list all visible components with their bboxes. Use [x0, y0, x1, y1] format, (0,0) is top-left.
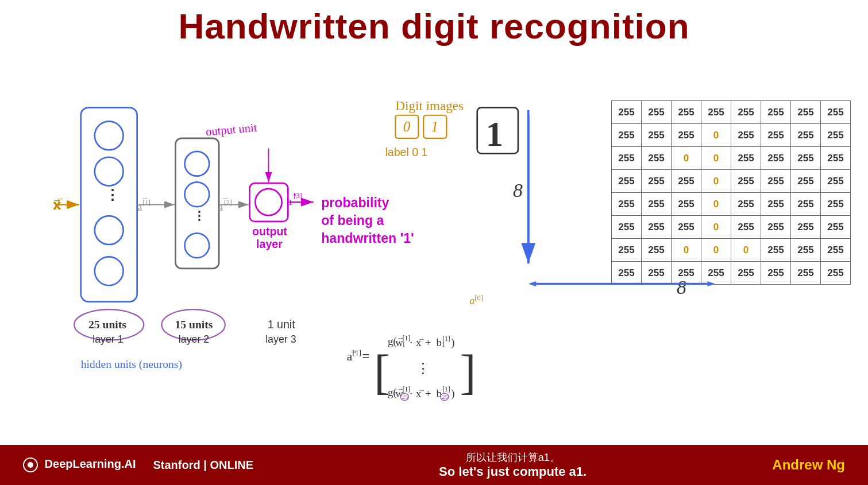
svg-text:+: +: [425, 336, 431, 348]
svg-text:=: =: [362, 350, 369, 363]
pixel-cell: 255: [761, 239, 791, 262]
svg-rect-0: [81, 107, 137, 301]
svg-text:[1]: [1]: [403, 335, 410, 342]
pixel-cell: 255: [642, 216, 672, 239]
bottom-bar: DeepLearning.AI Stanford | ONLINE 所以让我们计…: [0, 445, 868, 485]
pixel-cell: 255: [612, 101, 642, 124]
pixel-cell: 255: [821, 147, 851, 170]
pixel-cell: 0: [701, 124, 731, 147]
pixel-cell: 255: [821, 239, 851, 262]
svg-text:output unit: output unit: [205, 121, 257, 139]
pixel-cell: 255: [731, 124, 761, 147]
subtitle-area: 所以让我们计算a1。 So let's just compute a1.: [439, 451, 587, 479]
svg-text:·: ·: [410, 336, 412, 348]
svg-text:[1]: [1]: [403, 386, 410, 393]
svg-point-10: [184, 233, 209, 258]
stanford-text: Stanford | ONLINE: [153, 459, 253, 472]
svg-point-92: [400, 393, 408, 400]
svg-text:g(: g(: [388, 386, 397, 399]
pixel-cell: 255: [761, 262, 791, 285]
svg-text:[0]: [0]: [474, 294, 483, 302]
svg-point-100: [441, 393, 449, 400]
svg-text:handwritten '1': handwritten '1': [321, 231, 414, 246]
svg-text:a: a: [218, 201, 223, 213]
svg-text:⋮: ⋮: [105, 187, 119, 203]
pixel-cell: 255: [701, 101, 731, 124]
pixel-cell: 255: [761, 147, 791, 170]
svg-text:): ): [451, 387, 454, 400]
subtitle-chinese: 所以让我们计算a1。: [439, 451, 587, 464]
pixel-cell: 255: [761, 124, 791, 147]
pixel-cell: 255: [672, 216, 701, 239]
pixel-cell: 255: [821, 193, 851, 216]
svg-text:probability: probability: [321, 195, 389, 210]
pixel-cell: 255: [731, 216, 761, 239]
svg-text:label  0    1: label 0 1: [385, 146, 427, 158]
svg-text:layer 1: layer 1: [92, 333, 124, 345]
pixel-cell: 255: [821, 124, 851, 147]
svg-text:+: +: [425, 387, 431, 399]
svg-text:a: a: [347, 350, 353, 363]
svg-text:→: →: [418, 335, 425, 343]
pixel-cell: 255: [672, 124, 701, 147]
pixel-cell: 255: [821, 216, 851, 239]
bottom-left: DeepLearning.AI Stanford | ONLINE: [23, 457, 253, 472]
svg-text:[3]: [3]: [294, 192, 302, 200]
pixel-cell: 0: [701, 170, 731, 193]
pixel-cell: 0: [731, 239, 761, 262]
svg-point-7: [184, 152, 209, 176]
svg-text:⋮: ⋮: [193, 209, 205, 223]
svg-text:25: 25: [402, 393, 408, 400]
pixel-cell: 255: [642, 101, 672, 124]
svg-text:25: 25: [442, 393, 448, 400]
svg-point-104: [28, 462, 33, 468]
svg-rect-11: [250, 183, 288, 222]
author-name: Andrew Ng: [772, 457, 845, 473]
svg-text:[1]: [1]: [442, 335, 450, 343]
pixel-cell: 255: [761, 170, 791, 193]
svg-text:layer 2: layer 2: [179, 333, 209, 345]
svg-text:layer 3: layer 3: [265, 333, 296, 345]
pixel-cell: 255: [612, 239, 642, 262]
svg-text:→: →: [397, 334, 404, 342]
svg-text:→: →: [418, 386, 425, 394]
svg-text:→: →: [222, 194, 229, 202]
svg-text:→: →: [291, 191, 298, 199]
pixel-cell: 255: [612, 170, 642, 193]
svg-point-39: [74, 309, 144, 340]
svg-text:]: ]: [460, 346, 476, 399]
deeplearning-logo: DeepLearning.AI: [23, 457, 136, 472]
svg-text:[1]: [1]: [352, 348, 361, 357]
svg-point-42: [161, 309, 225, 340]
svg-text:output: output: [252, 225, 287, 238]
svg-text:a: a: [138, 201, 142, 213]
pixel-cell: 255: [701, 262, 731, 285]
pixel-cell: 255: [761, 193, 791, 216]
svg-text:1: 1: [442, 341, 445, 348]
pixel-cell: 255: [821, 262, 851, 285]
pixel-grid: 2552552552552552552552552552552550255255…: [611, 100, 851, 285]
pixel-cell: 0: [672, 147, 701, 170]
svg-point-8: [184, 182, 209, 207]
svg-text:g(: g(: [388, 335, 397, 348]
svg-text:b: b: [437, 336, 442, 348]
svg-text:x: x: [416, 336, 422, 348]
svg-text:x: x: [416, 387, 422, 399]
svg-text:x⃗: x⃗: [53, 197, 61, 212]
svg-point-2: [95, 157, 124, 186]
svg-rect-6: [175, 138, 219, 269]
pixel-cell: 255: [761, 101, 791, 124]
svg-text:[2]: [2]: [224, 199, 232, 207]
svg-text:b: b: [437, 387, 442, 399]
svg-text:): ): [451, 336, 454, 349]
svg-text:a: a: [469, 295, 474, 306]
svg-text:·: ·: [410, 387, 412, 399]
deeplearning-text: DeepLearning.AI: [45, 457, 136, 470]
pixel-cell: 255: [612, 124, 642, 147]
pixel-cell: 255: [731, 147, 761, 170]
svg-text:of being a: of being a: [321, 213, 384, 228]
pixel-cell: 255: [731, 101, 761, 124]
pixel-cell: 255: [642, 170, 672, 193]
svg-text:25 units: 25 units: [88, 319, 126, 331]
pixel-cell: 255: [642, 193, 672, 216]
